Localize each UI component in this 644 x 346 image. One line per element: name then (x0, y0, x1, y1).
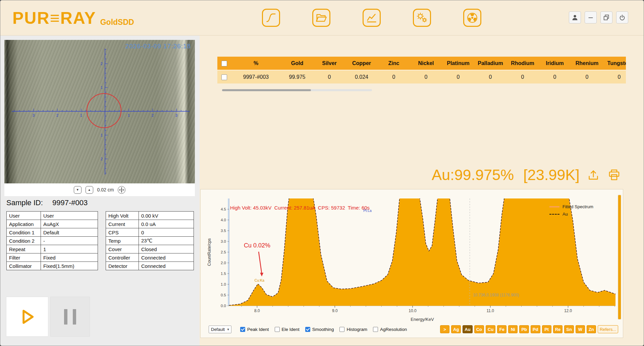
settings-gears-button[interactable] (413, 9, 431, 27)
option-ele-ident[interactable]: Ele Ident (275, 327, 300, 332)
svg-text:2: 2 (101, 157, 103, 161)
option-label: Peak Ident (247, 327, 269, 332)
option-smoothing[interactable]: Smoothing (305, 327, 334, 332)
column-header[interactable]: Zinc (378, 57, 410, 70)
user-button[interactable] (569, 11, 581, 23)
open-file-button[interactable] (312, 9, 330, 27)
column-header[interactable]: Rhodium (506, 57, 539, 70)
element-button-pt[interactable]: Pt (542, 325, 551, 333)
element-line-icon (549, 214, 559, 215)
element-button-re[interactable]: Re (553, 325, 563, 333)
column-header[interactable]: Silver (313, 57, 345, 70)
sample-id-label: Sample ID: (6, 198, 43, 207)
chart-vertical-scrollbar[interactable] (618, 195, 621, 320)
column-header[interactable]: Rhenium (571, 57, 603, 70)
checkbox-icon[interactable] (275, 327, 280, 332)
scrollbar-thumb[interactable] (222, 89, 311, 91)
select-all-checkbox[interactable] (221, 61, 227, 66)
maximize-button[interactable] (600, 11, 612, 23)
chart-controls: Default ▾ Peak IdentEle IdentSmoothingHi… (209, 324, 618, 334)
column-header[interactable]: Platinum (442, 57, 474, 70)
svg-text:Energy/KeV: Energy/KeV (411, 317, 434, 322)
pause-measurement-button[interactable] (50, 297, 90, 337)
zoom-up-button[interactable]: ▲ (86, 186, 93, 194)
zoom-down-button[interactable]: ▼ (74, 186, 82, 194)
sample-id-value: 9997-#003 (52, 198, 88, 207)
param-value: - (41, 237, 98, 245)
info-row: CoverClosed (106, 245, 194, 253)
print-button[interactable] (607, 168, 621, 182)
radiation-button[interactable] (463, 9, 481, 27)
restore-icon (603, 14, 610, 21)
param-value: 23℃ (139, 237, 194, 245)
param-label: High Volt (106, 212, 139, 220)
minimize-button[interactable] (585, 11, 597, 23)
element-button-pb[interactable]: Pb (519, 325, 529, 333)
app-window: PUR≡RAY GoldSDD (0, 0, 644, 346)
move-stage-button[interactable] (118, 186, 125, 194)
column-header[interactable]: Copper (345, 57, 378, 70)
option-peak-ident[interactable]: Peak Ident (240, 327, 269, 332)
checkbox-icon[interactable] (240, 327, 245, 332)
start-measurement-button[interactable] (6, 297, 48, 337)
element-button-cu[interactable]: Cu (486, 325, 495, 333)
element-button-au[interactable]: Au (463, 325, 472, 333)
result-row[interactable]: 9997-#00399.97500.02400000000 (217, 70, 626, 83)
row-checkbox[interactable] (221, 74, 227, 80)
param-label: Application (7, 220, 41, 228)
column-header[interactable]: % (231, 57, 281, 70)
svg-text:3: 3 (33, 113, 35, 117)
window-controls (569, 11, 628, 23)
column-header[interactable]: Gold (281, 57, 313, 70)
open-folder-icon (315, 12, 328, 24)
element-button-ni[interactable]: Ni (508, 325, 518, 333)
legend-label: Fitted Spectrum (562, 204, 593, 209)
info-row: Repeat1 (7, 245, 98, 253)
element-button-w[interactable]: W (576, 325, 585, 333)
element-button-zn[interactable]: Zn (587, 325, 596, 333)
option-label: Histogram (346, 327, 367, 332)
element-button-co[interactable]: Co (474, 325, 484, 333)
element-button-fe[interactable]: Fe (497, 325, 506, 333)
element-button-pd[interactable]: Pd (531, 325, 540, 333)
scrollbar-thumb[interactable] (618, 195, 621, 319)
option-histogram[interactable]: Histogram (339, 327, 367, 332)
analysis-chart-button[interactable] (363, 9, 381, 27)
result-cell: 99.975 (281, 70, 313, 83)
checkbox-icon[interactable] (373, 327, 378, 332)
param-label: Controller (106, 253, 139, 262)
element-button-sn[interactable]: Sn (564, 325, 574, 333)
info-row: CollimatorFixed(1.5mm) (7, 262, 98, 270)
svg-text:0.0: 0.0 (221, 304, 226, 308)
element-button-ag[interactable]: Ag (451, 325, 461, 333)
column-header[interactable]: Palladium (474, 57, 506, 70)
result-cell: 0 (506, 70, 539, 83)
export-button[interactable] (586, 168, 600, 182)
results-horizontal-scrollbar[interactable] (222, 89, 372, 91)
element-button-refers[interactable]: Refers... (598, 325, 618, 333)
spectrum-curve-button[interactable] (262, 9, 280, 27)
element-button->[interactable]: > (440, 325, 449, 333)
print-icon (607, 169, 621, 181)
svg-text:1: 1 (80, 113, 82, 117)
camera-crosshair: 3211232112 (4, 40, 195, 183)
checkbox-icon[interactable] (305, 327, 310, 332)
header-bar: PUR≡RAY GoldSDD (0, 0, 644, 36)
option-agresolution[interactable]: AgResolution (373, 327, 407, 332)
param-value: Connected (139, 262, 194, 270)
info-row: CPS0 (106, 228, 194, 237)
power-button[interactable] (616, 11, 628, 23)
result-cell: 0 (539, 70, 571, 83)
profile-select[interactable]: Default ▾ (209, 326, 231, 333)
param-label: Collimator (7, 262, 41, 270)
column-header[interactable]: Nickel (410, 57, 442, 70)
param-value: Closed (139, 245, 194, 253)
camera-view: 3211232112 2026-03-09 17:26:18 (4, 40, 195, 183)
column-header[interactable]: Iridium (539, 57, 571, 70)
param-label: Temp (106, 237, 139, 245)
column-header[interactable]: Tungsten (603, 57, 626, 70)
checkbox-icon[interactable] (339, 327, 344, 332)
svg-text:4.5: 4.5 (221, 207, 226, 211)
param-label: Cover (106, 245, 139, 253)
power-icon (619, 14, 626, 21)
